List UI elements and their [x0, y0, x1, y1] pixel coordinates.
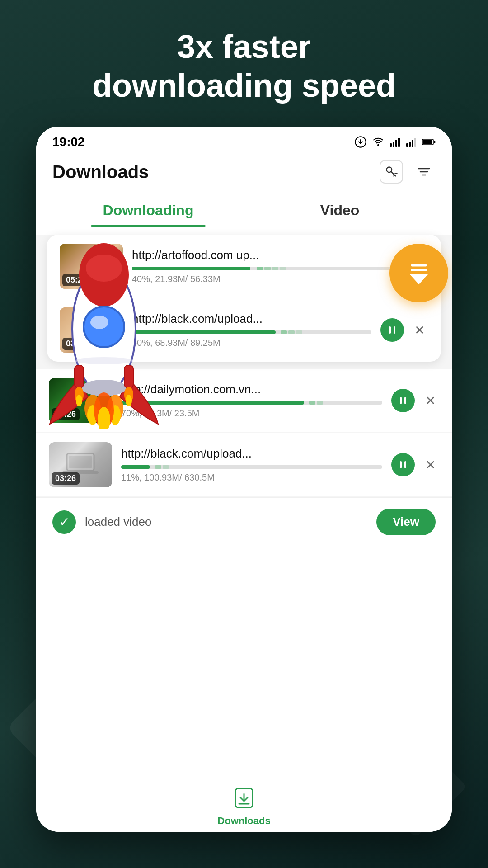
svg-rect-32 — [404, 397, 406, 404]
filter-icon — [417, 165, 431, 178]
download-actions-2: ✕ — [380, 318, 428, 342]
completed-bar: ✓ loaded video View — [36, 497, 452, 546]
header-actions — [380, 160, 436, 184]
search-button[interactable] — [380, 160, 403, 184]
filter-button[interactable] — [412, 160, 436, 184]
svg-rect-5 — [395, 140, 397, 147]
seg-3 — [272, 267, 278, 270]
download-item-4: 03:26 http://black.com/upload... 11%, 10… — [36, 433, 452, 496]
nav-icon-downloads — [230, 783, 258, 812]
pause-icon-4 — [398, 459, 408, 470]
progress-bar-4 — [121, 465, 382, 469]
svg-rect-3 — [390, 143, 392, 147]
svg-line-14 — [391, 172, 395, 176]
svg-rect-34 — [69, 456, 92, 468]
seg4-1 — [155, 465, 161, 469]
battery-icon — [422, 138, 436, 146]
svg-point-42 — [90, 316, 108, 329]
downloads-content: 05:24 http://artoffood.com up... 40%, 21… — [36, 235, 452, 546]
svg-point-54 — [76, 395, 82, 406]
rocket-illustration — [36, 239, 199, 429]
svg-rect-52 — [124, 365, 133, 388]
seg2-3 — [296, 330, 302, 334]
seg4-2 — [163, 465, 169, 469]
svg-rect-4 — [393, 142, 394, 147]
svg-rect-26 — [389, 326, 391, 334]
downloads-nav-icon — [232, 786, 256, 810]
tab-downloading[interactable]: Downloading — [52, 191, 244, 227]
pause-button-4[interactable] — [391, 453, 415, 476]
svg-rect-8 — [409, 142, 411, 147]
progress-segments-4 — [155, 465, 169, 469]
download-status-icon — [354, 136, 367, 148]
seg2-1 — [281, 330, 287, 334]
svg-rect-6 — [398, 138, 400, 147]
progress-fill-4 — [121, 465, 150, 469]
nav-label-downloads: Downloads — [217, 815, 270, 827]
svg-rect-36 — [400, 461, 402, 468]
seg2-2 — [288, 330, 295, 334]
check-circle: ✓ — [52, 510, 76, 534]
thumbnail-4: 03:26 — [49, 442, 112, 487]
download-actions-4: ✕ — [391, 453, 439, 476]
wifi-icon — [371, 137, 385, 147]
svg-point-2 — [377, 144, 379, 146]
status-time: 19:02 — [52, 135, 85, 149]
phone-frame: 19:02 — [36, 127, 452, 832]
seg-2 — [264, 267, 271, 270]
svg-point-43 — [75, 357, 133, 364]
app-header: Downloads — [36, 153, 452, 191]
view-button[interactable]: View — [376, 509, 436, 535]
status-icons — [354, 136, 436, 148]
svg-rect-51 — [75, 365, 84, 388]
pause-button-3[interactable] — [391, 389, 415, 412]
svg-rect-37 — [404, 461, 406, 468]
progress-segments-1 — [257, 267, 286, 270]
svg-rect-12 — [423, 140, 432, 144]
download-actions-3: ✕ — [391, 389, 439, 412]
key-icon — [385, 165, 398, 178]
hero-title: 3x faster downloading speed — [0, 27, 488, 105]
svg-point-40 — [86, 255, 122, 282]
signal-icon-2 — [406, 137, 418, 147]
svg-rect-9 — [412, 140, 413, 147]
svg-rect-27 — [394, 326, 395, 334]
svg-marker-22 — [410, 274, 428, 284]
download-url-4: http://black.com/upload... — [121, 447, 382, 461]
pause-button-2[interactable] — [380, 318, 404, 342]
seg3-2 — [317, 401, 323, 405]
close-button-3[interactable]: ✕ — [421, 392, 439, 410]
svg-rect-10 — [414, 138, 416, 147]
close-button-2[interactable]: ✕ — [410, 321, 428, 339]
svg-rect-31 — [400, 397, 402, 404]
svg-rect-7 — [406, 143, 408, 147]
bottom-nav: Downloads — [36, 778, 452, 832]
tabs: Downloading Video — [36, 191, 452, 227]
tab-video[interactable]: Video — [244, 191, 436, 227]
fab-download-icon — [403, 257, 435, 289]
rocket-svg — [36, 239, 199, 429]
progress-segments-2 — [281, 330, 302, 334]
seg-1 — [257, 267, 263, 270]
completed-text: loaded video — [85, 515, 367, 529]
pause-icon-3 — [398, 395, 408, 406]
pause-icon-2 — [387, 325, 398, 335]
svg-point-56 — [126, 395, 132, 406]
duration-4: 03:26 — [52, 472, 80, 485]
seg3-1 — [309, 401, 315, 405]
download-info-4: http://black.com/upload... 11%, 100.93M/… — [121, 447, 382, 483]
progress-segments-3 — [309, 401, 323, 405]
download-fab[interactable] — [389, 244, 448, 302]
nav-item-downloads[interactable]: Downloads — [217, 783, 270, 827]
download-stats-4: 11%, 100.93M/ 630.5M — [121, 472, 382, 483]
status-bar: 19:02 — [36, 127, 452, 153]
signal-icon-1 — [389, 137, 401, 147]
download-item-container-4: 03:26 http://black.com/upload... 11%, 10… — [36, 433, 452, 496]
seg-4 — [280, 267, 286, 270]
app-title: Downloads — [52, 162, 149, 182]
close-button-4[interactable]: ✕ — [421, 456, 439, 474]
